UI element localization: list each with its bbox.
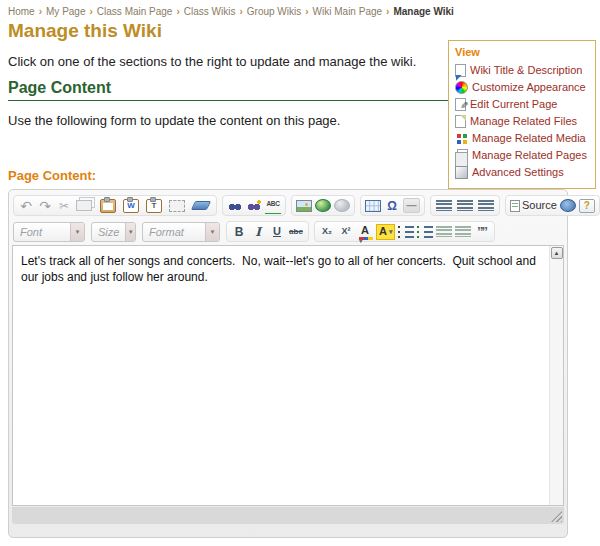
maximize-icon[interactable] <box>560 199 576 212</box>
remove-format-icon[interactable] <box>191 201 211 210</box>
toolbar-row-2: Font ▾ Size ▾ Format ▾ BIUabcX₂X²AA”” <box>11 218 565 244</box>
view-link-advanced-settings[interactable]: Advanced Settings <box>455 164 589 181</box>
customize-appearance-icon <box>455 81 468 94</box>
indent-icon[interactable] <box>455 226 471 237</box>
about-icon[interactable]: ? <box>579 199 595 213</box>
replace-icon[interactable] <box>246 199 262 213</box>
manage-related-pages-icon <box>457 149 468 162</box>
toolbar-group: BIUabc <box>226 221 309 242</box>
superscript-icon[interactable]: X² <box>338 224 354 240</box>
section-heading: Page Content <box>8 79 448 101</box>
view-link-label: Manage Related Media <box>472 130 586 147</box>
resize-handle-icon[interactable] <box>551 511 562 522</box>
editor-scrollbar[interactable]: ▲ <box>549 246 563 505</box>
media-icon[interactable] <box>315 199 331 212</box>
edit-current-page-icon <box>455 98 466 111</box>
paste-icon[interactable] <box>100 199 116 213</box>
bg-color-icon[interactable]: A <box>376 224 395 240</box>
view-link-label: Advanced Settings <box>472 164 564 181</box>
spell-check-icon[interactable]: ABC <box>265 198 281 214</box>
size-dropdown[interactable]: Size ▾ <box>91 222 136 242</box>
subscript-icon[interactable]: X₂ <box>319 224 335 240</box>
format-dropdown[interactable]: Format ▾ <box>142 222 220 242</box>
toolbar-group: Source? <box>505 195 600 216</box>
select-all-icon[interactable] <box>169 200 185 212</box>
table-icon[interactable] <box>365 200 381 212</box>
chevron-down-icon: ▾ <box>125 223 135 241</box>
breadcrumb-separator: › <box>386 6 389 17</box>
breadcrumb-separator: › <box>90 6 93 17</box>
redo-icon: ↷ <box>37 198 53 214</box>
align-right-icon[interactable] <box>478 200 494 211</box>
bulleted-list-icon[interactable] <box>417 226 433 238</box>
toolbar-group <box>430 195 500 216</box>
undo-icon: ↶ <box>18 198 34 214</box>
view-link-label: Manage Related Files <box>470 113 577 130</box>
view-link-manage-related-files[interactable]: Manage Related Files <box>455 113 589 130</box>
editor-bottom-bar <box>12 507 564 524</box>
toolbar-group: ABC <box>222 195 286 216</box>
find-icon[interactable] <box>227 199 243 213</box>
source-button[interactable]: Source <box>510 198 557 214</box>
align-center-icon[interactable] <box>457 200 473 211</box>
page-title: Manage this Wiki <box>8 20 592 42</box>
view-link-label: Manage Related Pages <box>472 147 587 164</box>
strikethrough-icon[interactable]: abc <box>288 224 304 240</box>
source-button-label: Source <box>522 200 557 211</box>
view-panel-title: View <box>455 46 589 58</box>
view-link-customize-appearance[interactable]: Customize Appearance <box>455 79 589 96</box>
toolbar-group: X₂X²AA”” <box>314 221 495 242</box>
bold-icon[interactable]: B <box>231 224 247 240</box>
horizontal-rule-icon[interactable]: — <box>403 198 420 213</box>
align-left-icon[interactable] <box>436 200 452 211</box>
italic-icon[interactable]: I <box>250 224 266 240</box>
chevron-down-icon: ▾ <box>70 223 84 241</box>
paste-text-icon[interactable]: T <box>146 199 162 213</box>
toolbar-row-1: ↶↷✂WTABCΩ—Source? <box>11 192 565 218</box>
view-panel-list: Wiki Title & DescriptionCustomize Appear… <box>455 62 589 181</box>
view-link-wiki-title-description[interactable]: Wiki Title & Description <box>455 62 589 79</box>
paste-word-icon[interactable]: W <box>123 199 139 213</box>
breadcrumb-item[interactable]: Group Wikis <box>247 6 301 17</box>
flash-icon <box>334 199 350 212</box>
toolbar-row-2-groups: BIUabcX₂X²AA”” <box>226 221 500 242</box>
rich-text-editor: ↶↷✂WTABCΩ—Source? Font ▾ Size ▾ Format ▾… <box>8 189 568 538</box>
view-panel: View Wiki Title & DescriptionCustomize A… <box>448 40 596 189</box>
size-dropdown-label: Size <box>92 223 125 241</box>
breadcrumb-item[interactable]: Home <box>8 6 35 17</box>
blockquote-icon[interactable]: ”” <box>474 224 490 240</box>
underline-icon[interactable]: U <box>269 224 285 240</box>
manage-related-media-icon <box>455 132 468 145</box>
editor-content-area[interactable]: Let's track all of her songs and concert… <box>12 245 564 506</box>
view-link-edit-current-page[interactable]: Edit Current Page <box>455 96 589 113</box>
view-link-manage-related-pages[interactable]: Manage Related Pages <box>455 147 589 164</box>
breadcrumb-separator: › <box>39 6 42 17</box>
source-doc-icon <box>510 200 520 212</box>
breadcrumb-separator: › <box>239 6 242 17</box>
breadcrumb-item[interactable]: Class Main Page <box>97 6 173 17</box>
editor-content-text[interactable]: Let's track all of her songs and concert… <box>13 246 563 292</box>
breadcrumb-item: Manage Wiki <box>393 6 453 17</box>
font-dropdown-label: Font <box>14 223 70 241</box>
view-link-label: Edit Current Page <box>470 96 557 113</box>
scrollbar-up-icon[interactable]: ▲ <box>551 247 563 259</box>
breadcrumb-separator: › <box>176 6 179 17</box>
text-color-icon[interactable]: A <box>357 224 373 240</box>
manage-related-files-icon <box>455 115 466 128</box>
view-link-label: Customize Appearance <box>472 79 586 96</box>
special-char-icon[interactable]: Ω <box>384 198 400 214</box>
breadcrumb-item[interactable]: Wiki Main Page <box>313 6 382 17</box>
format-dropdown-label: Format <box>143 223 205 241</box>
wiki-title-description-icon <box>455 64 466 77</box>
cut-icon: ✂ <box>56 198 72 214</box>
numbered-list-icon[interactable] <box>398 226 414 238</box>
font-dropdown[interactable]: Font ▾ <box>13 222 85 242</box>
breadcrumb-item[interactable]: My Page <box>46 6 85 17</box>
toolbar-group: ↶↷✂WT <box>13 195 217 216</box>
copy-icon <box>76 200 92 211</box>
outdent-icon <box>436 226 452 237</box>
image-icon[interactable] <box>296 200 312 212</box>
view-link-manage-related-media[interactable]: Manage Related Media <box>455 130 589 147</box>
view-link-label: Wiki Title & Description <box>470 62 582 79</box>
breadcrumb-item[interactable]: Class Wikis <box>184 6 236 17</box>
